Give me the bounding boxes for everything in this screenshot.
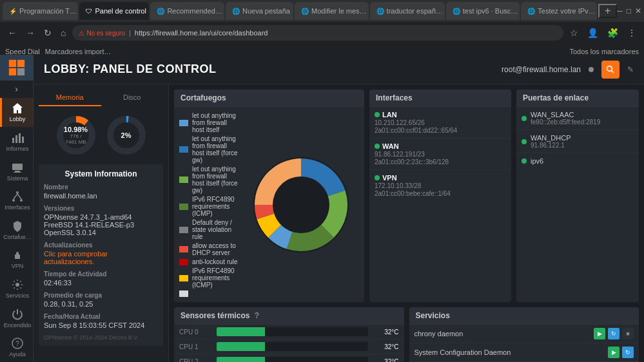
tab-3[interactable]: 🌐 Nueva pestaña ✕ xyxy=(226,2,293,20)
tab-5[interactable]: 🌐 traductor españ… ✕ xyxy=(370,2,445,20)
svg-rect-6 xyxy=(19,133,21,143)
sidebar-item-vpn[interactable]: VPN xyxy=(0,245,34,274)
sensor-bar-2 xyxy=(217,357,265,362)
sidebar-item-ayuda[interactable]: ? Ayuda xyxy=(0,332,34,362)
service-play-0[interactable]: ▶ xyxy=(594,328,605,339)
legend-color-3 xyxy=(179,204,188,210)
legend-color-8 xyxy=(179,291,188,297)
list-item: let out anything from firewall host itse… xyxy=(179,135,238,164)
legend-color-2 xyxy=(179,176,188,183)
widget-row-1: Cortafuegos let out anything from firewa… xyxy=(174,90,639,302)
sidebar-item-encendido[interactable]: Encendido xyxy=(0,303,34,333)
profile-icon[interactable]: 👤 xyxy=(585,26,601,39)
svg-point-13 xyxy=(20,199,23,202)
svg-rect-10 xyxy=(14,172,21,173)
info-versions: Versiones OPNsense 24.7.3_1-amd64 FreeBS… xyxy=(44,205,158,236)
sensor-cpu0: CPU 0 32°C xyxy=(174,325,404,339)
gateways-list: WAN_SLAAC fe80::2eb:d5ff:feed:2819 WAN_D… xyxy=(516,107,639,169)
gw-wan-slaac: WAN_SLAAC fe80::2eb:d5ff:feed:2819 xyxy=(516,107,639,130)
bookmark-button[interactable]: ☆ xyxy=(567,26,581,39)
list-item: anti-lockout rule xyxy=(179,258,238,265)
minimize-icon[interactable]: ─ xyxy=(617,6,623,15)
tab-memoria[interactable]: Memoria xyxy=(39,90,101,106)
help-icon[interactable]: ? xyxy=(255,311,259,320)
tab-1[interactable]: 🛡 Panel de control ✕ xyxy=(79,2,149,20)
forward-button[interactable]: → xyxy=(23,26,37,39)
sensor-cpu2: CPU 2 32°C xyxy=(174,354,404,362)
warning-icon: ⚠ xyxy=(79,30,84,37)
info-datetime: Fecha/Hora Actual Sun Sep 8 15:03:55 CFS… xyxy=(44,313,158,329)
sensor-bar-1 xyxy=(217,342,265,351)
service-play-1[interactable]: ▶ xyxy=(608,347,620,358)
tab-2[interactable]: 🌐 Recommended… ✕ xyxy=(150,2,224,20)
info-updates: Actualizaciones Clic para comprobar actu… xyxy=(44,242,158,265)
settings-icon[interactable]: ⋮ xyxy=(625,26,639,39)
sidebar-expand-button[interactable]: › xyxy=(0,81,34,97)
sensor-bar-wrap-1 xyxy=(217,342,368,351)
sidebar-item-informes[interactable]: Informes xyxy=(0,127,34,157)
new-tab-button[interactable]: + xyxy=(598,4,617,18)
interfaces-header: Interfaces xyxy=(369,90,511,107)
svg-rect-2 xyxy=(8,68,15,75)
maximize-icon[interactable]: □ xyxy=(627,6,631,15)
bookmark-all[interactable]: Todos los marcadores xyxy=(569,48,639,55)
edit-icon[interactable]: ✎ xyxy=(627,65,634,74)
check-updates-link[interactable]: Clic para comprobar actualizaciones. xyxy=(44,250,158,265)
gateways-header: Puertas de enlace xyxy=(516,90,639,107)
legend-color-6 xyxy=(179,259,188,265)
address-bar[interactable]: ⚠ No es seguro | https://firewall.home.l… xyxy=(72,25,563,41)
tab-6[interactable]: 🌐 test ipv6 · Busc… ✕ xyxy=(446,2,520,20)
gw-dot-0 xyxy=(522,116,527,121)
svg-rect-5 xyxy=(15,135,17,143)
tab-4[interactable]: 🌐 Modifier le mes… ✕ xyxy=(295,2,369,20)
firewall-content: let out anything from firewall host itse… xyxy=(174,107,364,302)
left-panel: Memoria Disco 10.98% 776 / 7461 MB xyxy=(34,84,169,362)
bookmark-speed-dial[interactable]: Speed Dial xyxy=(5,48,40,55)
gw-wan-dhcp: WAN_DHCP 91.86.122.1 xyxy=(516,130,639,153)
user-info: root@firewall.home.lan xyxy=(502,65,581,74)
sidebar-item-sistema[interactable]: Sistema xyxy=(0,157,34,186)
sidebar-item-servicios[interactable]: Servicios xyxy=(0,274,34,303)
home-button[interactable]: ⌂ xyxy=(58,26,68,39)
svg-point-17 xyxy=(15,283,19,287)
reload-button[interactable]: ↻ xyxy=(41,26,54,39)
legend-color-7 xyxy=(179,275,188,281)
tab-disco[interactable]: Disco xyxy=(101,90,164,106)
search-button[interactable] xyxy=(601,61,620,79)
tab-7[interactable]: 🌐 Testez votre IPv… ✕ xyxy=(521,2,597,20)
bookmark-import[interactable]: Marcadores import… xyxy=(45,48,112,55)
iface-wan: WAN 91.86.122.191/23 2a01:cc00:2:23c::3b… xyxy=(369,138,511,170)
sidebar-item-interfaces[interactable]: Interfaces xyxy=(0,186,34,215)
tab-bar: ⚡ Programación T… ✕ 🛡 Panel de control ✕… xyxy=(0,0,644,22)
svg-point-12 xyxy=(12,199,15,202)
sidebar-item-lobby[interactable]: Lobby xyxy=(0,98,34,128)
service-stop-0[interactable]: ■ xyxy=(622,328,634,339)
firewall-widget: Cortafuegos let out anything from firewa… xyxy=(174,90,364,302)
url-text: https://firewall.home.lan/ui/core/dashbo… xyxy=(135,29,268,37)
back-button[interactable]: ← xyxy=(5,26,19,39)
tab-0[interactable]: ⚡ Programación T… ✕ xyxy=(3,2,78,20)
gw-dot-2 xyxy=(522,158,527,164)
legend-color-0 xyxy=(179,120,188,126)
service-restart-1[interactable]: ↻ xyxy=(622,347,634,358)
list-item xyxy=(179,291,238,297)
service-restart-0[interactable]: ↻ xyxy=(608,328,620,339)
sidebar-item-cortafuegos[interactable]: Cortafue… xyxy=(0,215,34,245)
svg-point-20 xyxy=(607,66,612,71)
user-dot xyxy=(589,67,594,72)
sidebar-logo xyxy=(0,55,34,81)
sensor-bar-wrap-0 xyxy=(217,327,368,336)
svg-rect-7 xyxy=(22,137,24,143)
close-icon[interactable]: ✕ xyxy=(635,6,641,15)
content-area: Memoria Disco 10.98% 776 / 7461 MB xyxy=(34,84,644,362)
svg-line-21 xyxy=(612,70,614,73)
svg-rect-0 xyxy=(8,60,15,67)
legend-color-1 xyxy=(179,146,188,153)
nav-bar: ← → ↻ ⌂ ⚠ No es seguro | https://firewal… xyxy=(0,22,644,44)
list-item: Default deny / state violation rule xyxy=(179,219,238,240)
legend-color-4 xyxy=(179,227,188,233)
vpn-status-dot xyxy=(375,175,380,180)
extension-icon[interactable]: 🧩 xyxy=(605,26,621,39)
svg-rect-9 xyxy=(15,171,20,172)
svg-line-15 xyxy=(17,194,21,199)
